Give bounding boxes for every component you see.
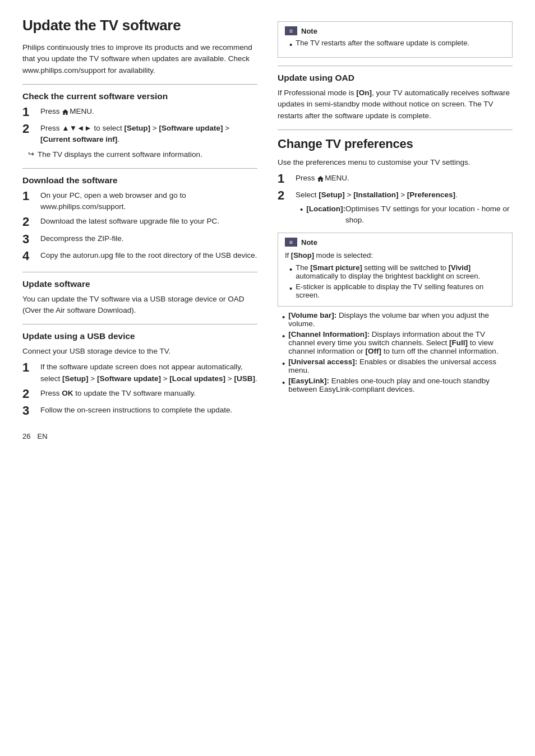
note-label-1: Note (301, 27, 317, 35)
right-column: Note The TV restarts after the software … (278, 17, 513, 396)
home-icon-prefs (317, 174, 324, 181)
note-2-bullet-2: E-sticker is applicable to display the T… (285, 282, 505, 299)
usb-step-2: 2 Press OK to update the TV software man… (22, 388, 257, 401)
intro-text: Philips continuously tries to improve it… (22, 42, 257, 76)
divider-6 (278, 129, 513, 130)
usb-local-updates: [Local updates] (169, 374, 225, 383)
section-change-prefs: Change TV preferences Use the preference… (278, 137, 513, 393)
vivid-bold: [Vivid] (449, 263, 471, 272)
usb-step-3-text: Follow the on-screen instructions to com… (40, 405, 257, 416)
update-body: You can update the TV software via a USB… (22, 294, 257, 317)
ok-bold: OK (62, 389, 73, 397)
usb-step-2-text: to update the TV software manually. (73, 389, 196, 397)
usb-software-update: [Software update] (97, 374, 161, 383)
page-num-value: 26 (22, 432, 30, 440)
prefs-steps: 1 Press MENU. 2 Select [Setup] > [Instal… (278, 173, 513, 228)
dl-step-4: 4 Copy the autorun.upg file to the root … (22, 250, 257, 263)
note-1-bullet-1: The TV restarts after the software updat… (285, 39, 505, 50)
note-label-2: Note (301, 238, 317, 247)
press-label-2: Press (40, 124, 62, 132)
full-bold: [Full] (449, 338, 468, 347)
svg-marker-0 (62, 109, 68, 115)
dl-step-3: 3 Decompress the ZIP-file. (22, 233, 257, 247)
volume-bar-bold: [Volume bar]: (288, 311, 336, 319)
channel-info-bullet: [Channel Information]: Displays informat… (278, 330, 513, 355)
section-check-version: Check the current software version 1 Pre… (22, 91, 257, 160)
section-update-title: Update software (22, 279, 257, 289)
left-column: Update the TV software Philips continuou… (22, 17, 257, 440)
prefs-installation: [Installation] (353, 191, 398, 199)
shop-bold: [Shop] (291, 251, 314, 259)
divider-2 (22, 168, 257, 169)
oad-body: If Professional mode is [On], your TV au… (278, 87, 513, 122)
note-header-1: Note (285, 26, 505, 35)
usb-step-1: 1 If the software update screen does not… (22, 361, 257, 384)
current-software-label: [Current software inf] (40, 135, 117, 143)
easylink-bullet: [EasyLink]: Enables one-touch play and o… (278, 377, 513, 393)
usb-intro: Connect your USB storage device to the T… (22, 346, 257, 357)
dl-step-1: 1 On your PC, open a web browser and go … (22, 190, 257, 213)
change-prefs-title: Change TV preferences (278, 137, 513, 151)
step-2: 2 Press ▲▼◄► to select [Setup] > [Softwa… (22, 123, 257, 146)
section-download: Download the software 1 On your PC, open… (22, 175, 257, 264)
page-number: 26 EN (22, 432, 257, 440)
setup-label: [Setup] (124, 124, 151, 132)
esticker-text: E-sticker is applicable to display the T… (296, 282, 505, 299)
divider-3 (22, 272, 257, 272)
usb-step-3: 3 Follow the on-screen instructions to c… (22, 405, 257, 418)
dl-step-2: 2 Download the latest software upgrade f… (22, 216, 257, 229)
section-usb-title: Update using a USB device (22, 331, 257, 341)
universal-access-bullet: [Universal access]: Enables or disables … (278, 358, 513, 374)
channel-info-bold: [Channel Information]: (288, 330, 370, 338)
main-title: Update the TV software (22, 17, 257, 34)
note-1-bullets: The TV restarts after the software updat… (285, 39, 505, 50)
universal-access-bold: [Universal access]: (288, 358, 357, 366)
menu-label-prefs: MENU. (325, 174, 349, 182)
usb-setup: [Setup] (62, 374, 89, 383)
prefs-step-1: 1 Press MENU. (278, 173, 513, 186)
nav-arrows: ▲▼◄► (62, 124, 91, 132)
prefs-setup: [Setup] (319, 191, 345, 199)
section-check-version-title: Check the current software version (22, 91, 257, 101)
note-2-intro: If [Shop] mode is selected: (285, 250, 505, 261)
dl-step-4-text: Copy the autorun.upg file to the root di… (40, 250, 257, 261)
divider-4 (22, 324, 257, 324)
home-icon-1 (62, 108, 69, 114)
note-2-bullet-1: The [Smart picture] setting will be swit… (285, 263, 505, 280)
oad-title: Update using OAD (278, 73, 513, 83)
dl-step-1-text: On your PC, open a web browser and go to… (40, 190, 257, 213)
extra-bullets: [Volume bar]: Displays the volume bar wh… (278, 311, 513, 393)
section-download-title: Download the software (22, 175, 257, 185)
note-icon-1 (285, 26, 297, 35)
location-bullet: [Location]: Optimises TV settings for yo… (296, 203, 513, 226)
off-bold: [Off] (366, 347, 381, 355)
change-prefs-intro: Use the preferences menu to customise yo… (278, 157, 513, 168)
prefs-step-2: 2 Select [Setup] > [Installation] > [Pre… (278, 189, 513, 228)
dl-step-3-text: Decompress the ZIP-file. (40, 233, 257, 244)
location-text: Optimises TV settings for your location … (345, 203, 513, 226)
arrow-icon-1: ↪ (28, 150, 34, 158)
download-steps: 1 On your PC, open a web browser and go … (22, 190, 257, 264)
note-header-2: Note (285, 238, 505, 247)
press-ok-label: Press (40, 389, 62, 397)
arrow-text-1: The TV displays the current software inf… (38, 149, 257, 160)
divider-1 (22, 84, 257, 85)
oad-on: [On] (356, 89, 372, 97)
page-lang: EN (37, 432, 47, 440)
section-update-software: Update software You can update the TV so… (22, 279, 257, 317)
section-usb: Update using a USB device Connect your U… (22, 331, 257, 419)
note-icon-2 (285, 238, 297, 247)
press-label-prefs: Press (296, 174, 317, 182)
section-oad: Update using OAD If Professional mode is… (278, 73, 513, 122)
svg-marker-1 (317, 176, 324, 182)
prefs-sub-bullets: [Location]: Optimises TV settings for yo… (296, 203, 513, 226)
location-bold: [Location]: (306, 203, 345, 215)
press-label-1: Press (40, 107, 62, 115)
divider-5 (278, 66, 513, 66)
smart-picture-bold: [Smart picture] (310, 263, 362, 272)
note-2-bullets: The [Smart picture] setting will be swit… (285, 263, 505, 299)
easylink-bold: [EasyLink]: (288, 377, 329, 385)
check-version-steps: 1 Press MENU. 2 Press ▲▼◄► to select [Se… (22, 106, 257, 146)
prefs-preferences: [Preferences] (407, 191, 455, 199)
arrow-step-1: ↪ The TV displays the current software i… (28, 149, 257, 160)
